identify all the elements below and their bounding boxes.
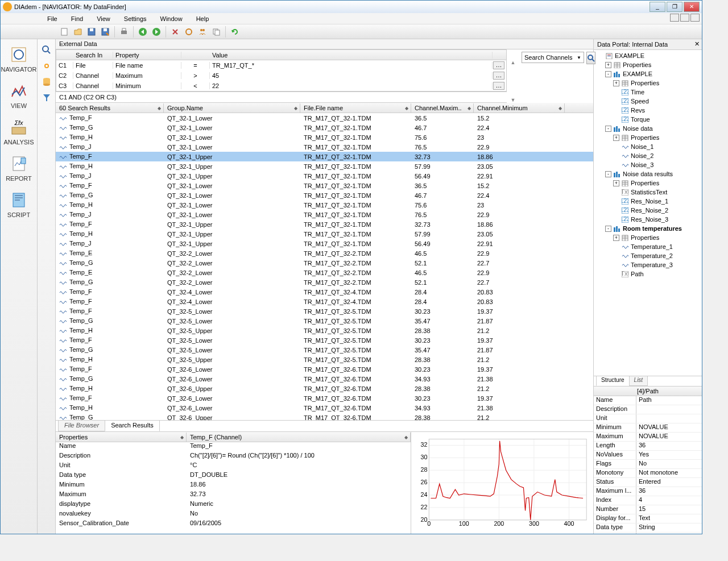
property-row[interactable]: Minimum18.86 <box>56 481 411 491</box>
search-col-value[interactable]: Value <box>210 52 493 59</box>
result-row[interactable]: Temp_HQT_32-6_UpperTR_M17_QT_32-6.TDM28.… <box>56 384 593 393</box>
rail-navigator[interactable]: NAVIGATOR <box>2 41 36 76</box>
tree-item[interactable]: -Noise data results <box>595 169 701 178</box>
tab-file-browser[interactable]: File Browser <box>58 421 105 431</box>
new-icon[interactable] <box>58 26 71 38</box>
result-row[interactable]: Temp_HQT_32-1_LowerTR_M17_QT_32-1.TDM75.… <box>56 132 593 142</box>
tree-item[interactable]: Noise_1 <box>595 142 701 151</box>
detail-row[interactable]: Number15 <box>594 505 702 514</box>
result-row[interactable]: Temp_FQT_32-6_LowerTR_M17_QT_32-6.TDM30.… <box>56 393 593 403</box>
result-row[interactable]: Temp_GQT_32-5_LowerTR_M17_QT_32-5.TDM35.… <box>56 345 593 355</box>
users-icon[interactable] <box>196 26 209 38</box>
tree-item[interactable]: -Noise data <box>595 124 701 133</box>
scroll-up-icon[interactable]: ▲ <box>511 60 516 65</box>
detail-row[interactable]: MinimumNOVALUE <box>594 423 702 433</box>
menu-help[interactable]: Help <box>189 14 216 23</box>
search-condition-row[interactable]: C3ChannelMinimum<22… <box>56 81 506 91</box>
tree-item[interactable]: Noise_3 <box>595 160 701 169</box>
result-row[interactable]: Temp_FQT_32-1_UpperTR_M17_QT_32-1.TDM32.… <box>56 152 593 161</box>
property-row[interactable]: Sensor_Calibration_Date09/16/2005 <box>56 520 411 529</box>
rail-report[interactable]: REPORT <box>2 151 36 185</box>
clear-icon[interactable] <box>169 26 181 38</box>
portal-tab-structure[interactable]: Structure <box>596 376 630 386</box>
result-row[interactable]: Temp_JQT_32-1_UpperTR_M17_QT_32-1.TDM56.… <box>56 171 593 181</box>
save-icon[interactable] <box>85 26 98 38</box>
tree-item[interactable]: +Properties <box>595 233 701 242</box>
result-row[interactable]: Temp_FQT_32-6_LowerTR_M17_QT_32-6.TDM30.… <box>56 364 593 374</box>
search-col-property[interactable]: Property <box>113 52 181 59</box>
rail-analysis[interactable]: ΣfxANALYSIS <box>2 114 36 148</box>
tree-item[interactable]: +Properties <box>595 60 701 69</box>
maximize-button[interactable]: ❐ <box>667 2 682 12</box>
menu-find[interactable]: Find <box>64 14 90 23</box>
expand-toggle[interactable]: - <box>605 171 611 177</box>
minimize-button[interactable]: _ <box>650 2 665 12</box>
tree-item[interactable]: -Room temperatures <box>595 224 701 233</box>
tree-item[interactable]: TxtStatisticsText <box>595 188 701 197</box>
rail-view[interactable]: VIEW <box>2 78 36 112</box>
detail-row[interactable]: StatusEntered <box>594 478 702 487</box>
property-row[interactable]: Unit°C <box>56 462 411 471</box>
detail-row[interactable]: Index4 <box>594 496 702 505</box>
result-row[interactable]: Temp_JQT_32-1_UpperTR_M17_QT_32-1.TDM56.… <box>56 239 593 248</box>
expand-toggle[interactable]: - <box>605 126 611 132</box>
tree-item[interactable]: Noise_2 <box>595 151 701 160</box>
result-row[interactable]: Temp_FQT_32-4_LowerTR_M17_QT_32-4.TDM28.… <box>56 297 593 306</box>
expand-toggle[interactable]: + <box>613 135 619 141</box>
results-col-max[interactable]: Channel.Maxim..◆ <box>411 103 474 113</box>
expand-toggle[interactable]: - <box>605 226 611 232</box>
property-row[interactable]: DescriptionCh("[2]/[6]")= Round (Ch("[2]… <box>56 452 411 462</box>
forward-icon[interactable] <box>150 26 163 38</box>
tree-item[interactable]: TxtPath <box>595 269 701 279</box>
search-scope-dropdown[interactable]: Search Channels▼ <box>522 52 584 63</box>
result-row[interactable]: Temp_GQT_32-2_LowerTR_M17_QT_32-2.TDM52.… <box>56 258 593 268</box>
menu-settings[interactable]: Settings <box>117 14 154 23</box>
portal-close-icon[interactable]: ✕ <box>694 40 700 48</box>
result-row[interactable]: Temp_GQT_32-2_LowerTR_M17_QT_32-2.TDM52.… <box>56 277 593 287</box>
results-col-file[interactable]: File.File name◆ <box>300 103 411 113</box>
result-row[interactable]: Temp_GQT_32-1_LowerTR_M17_QT_32-1.TDM46.… <box>56 190 593 200</box>
filter-icon[interactable] <box>39 90 54 105</box>
expand-toggle[interactable]: + <box>613 80 619 86</box>
expand-toggle[interactable]: - <box>605 71 611 77</box>
results-col-min[interactable]: Channel.Minimum◆ <box>474 103 565 113</box>
result-row[interactable]: Temp_FQT_32-5_LowerTR_M17_QT_32-5.TDM30.… <box>56 306 593 316</box>
detail-row[interactable]: Data typeString <box>594 523 702 533</box>
tab-search-results[interactable]: Search Results <box>105 421 160 431</box>
property-row[interactable]: NameTemp_F <box>56 442 411 452</box>
tree-item[interactable]: 123Res_Noise_2 <box>595 206 701 215</box>
doc-close-button[interactable] <box>690 14 700 22</box>
detail-row[interactable]: Description <box>594 405 702 414</box>
tree-item[interactable]: +Properties <box>595 133 701 142</box>
result-row[interactable]: Temp_GQT_32-5_LowerTR_M17_QT_32-5.TDM35.… <box>56 316 593 326</box>
detail-row[interactable]: MaximumNOVALUE <box>594 433 702 442</box>
tree-item[interactable]: Temperature_1 <box>595 242 701 251</box>
property-row[interactable]: Maximum32.73 <box>56 491 411 500</box>
result-row[interactable]: Temp_HQT_32-1_UpperTR_M17_QT_32-1.TDM57.… <box>56 161 593 171</box>
result-row[interactable]: Temp_EQT_32-2_LowerTR_M17_QT_32-2.TDM46.… <box>56 248 593 258</box>
tree-item[interactable]: 123Res_Noise_3 <box>595 215 701 224</box>
result-row[interactable]: Temp_HQT_32-5_UpperTR_M17_QT_32-5.TDM28.… <box>56 355 593 364</box>
result-row[interactable]: Temp_GQT_32-6_UpperTR_M17_QT_32-6.TDM28.… <box>56 413 593 420</box>
result-row[interactable]: Temp_JQT_32-1_LowerTR_M17_QT_32-1.TDM76.… <box>56 142 593 152</box>
expand-toggle[interactable]: + <box>613 235 619 241</box>
portal-tab-list[interactable]: List <box>629 376 648 386</box>
props-col-value[interactable]: Temp_F (Channel)◆ <box>187 433 411 442</box>
expand-toggle[interactable]: + <box>613 180 619 186</box>
result-row[interactable]: Temp_FQT_32-5_LowerTR_M17_QT_32-5.TDM30.… <box>56 335 593 345</box>
doc-minimize-button[interactable] <box>670 14 679 22</box>
tree-item[interactable]: +Properties <box>595 78 701 88</box>
tree-item[interactable]: EXAMPLE <box>595 51 701 60</box>
search-condition-row[interactable]: C2ChannelMaximum>45… <box>56 70 506 81</box>
print-icon[interactable] <box>118 26 130 38</box>
tree-item[interactable]: 123Speed <box>595 97 701 106</box>
save-as-icon[interactable] <box>99 26 111 38</box>
tree-item[interactable]: Temperature_3 <box>595 260 701 269</box>
settings-icon[interactable] <box>183 26 195 38</box>
browse-button[interactable]: … <box>493 72 504 80</box>
tree-item[interactable]: 123Torque <box>595 115 701 124</box>
results-col-name[interactable]: 60 Search Results◆ <box>56 103 164 113</box>
tree-item[interactable]: +Properties <box>595 178 701 188</box>
result-row[interactable]: Temp_FQT_32-1_UpperTR_M17_QT_32-1.TDM32.… <box>56 219 593 229</box>
property-row[interactable]: novaluekeyNo <box>56 510 411 520</box>
